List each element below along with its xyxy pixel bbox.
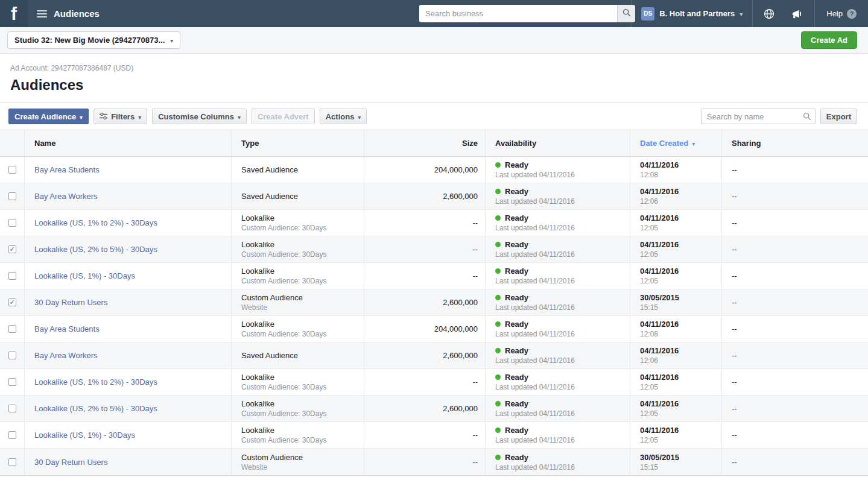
table-row: 30 Day Return Users Custom Audience Webs… (0, 289, 868, 316)
select-all-cell[interactable] (0, 130, 25, 156)
status-ready-icon (495, 455, 501, 460)
row-select-cell (0, 183, 25, 209)
column-header-sharing[interactable]: Sharing (722, 130, 868, 156)
sharing-value: -- (732, 218, 868, 228)
table-row: Lookalike (US, 1% to 2%) - 30Days Lookal… (0, 369, 868, 396)
audience-type-sub: Website (241, 303, 364, 312)
availability-status: Ready (505, 292, 528, 303)
audience-type: Lookalike (241, 372, 364, 382)
audience-name-link[interactable]: Bay Area Workers (34, 192, 231, 201)
table-row: Bay Area Students Lookalike Custom Audie… (0, 316, 868, 342)
status-ready-icon (495, 401, 501, 406)
audience-size: -- (364, 377, 478, 387)
audience-size: 204,000,000 (364, 165, 478, 175)
chevron-down-icon (740, 9, 743, 18)
row-checkbox[interactable] (8, 166, 16, 174)
audience-name-link[interactable]: Lookalike (US, 1% to 2%) - 30Days (34, 218, 231, 227)
time-created: 12:05 (640, 223, 721, 233)
status-ready-icon (495, 242, 501, 247)
date-created: 04/11/2016 (640, 239, 721, 250)
actions-label: Actions (326, 112, 355, 121)
create-ad-button[interactable]: Create Ad (801, 31, 857, 49)
table-row: Lookalike (US, 2% to 5%) - 30Days Lookal… (0, 236, 868, 263)
row-checkbox[interactable] (8, 245, 16, 253)
ad-account-selector-label: Studio 32: New Big Movie (2942770873... (14, 36, 165, 45)
availability-status: Ready (505, 213, 528, 223)
availability-updated: Last updated 04/11/2016 (495, 435, 630, 445)
audience-type-sub: Custom Audience: 30Days (241, 329, 364, 339)
hamburger-menu-icon[interactable] (28, 0, 54, 27)
row-select-cell (0, 289, 25, 315)
column-header-availability[interactable]: Availability (486, 130, 630, 156)
search-by-name-input[interactable] (701, 109, 816, 124)
search-icon (803, 112, 811, 122)
account-menu[interactable]: DS B. Holt and Partners (631, 0, 752, 27)
audience-name-link[interactable]: Bay Area Students (34, 165, 231, 174)
filters-button[interactable]: Filters (93, 109, 147, 124)
help-menu[interactable]: Help ? (814, 0, 868, 27)
create-audience-button[interactable]: Create Audience (8, 109, 89, 124)
audience-type-sub: Custom Audience: 30Days (241, 250, 364, 259)
row-checkbox[interactable] (8, 431, 16, 439)
sharing-value: -- (732, 324, 868, 334)
audience-name-link[interactable]: Bay Area Workers (34, 351, 231, 360)
sharing-value: -- (732, 403, 868, 414)
audience-type-sub: Custom Audience: 30Days (241, 276, 364, 286)
customise-columns-label: Customise Columns (158, 112, 234, 121)
row-checkbox[interactable] (8, 325, 16, 333)
row-checkbox[interactable] (8, 352, 16, 359)
ad-account-selector[interactable]: Studio 32: New Big Movie (2942770873... (7, 31, 180, 49)
create-audience-label: Create Audience (14, 112, 76, 121)
column-header-name[interactable]: Name (25, 130, 232, 156)
business-search-input[interactable] (419, 5, 617, 22)
row-select-cell (0, 316, 25, 342)
date-created: 30/05/2015 (640, 292, 721, 303)
availability-updated: Last updated 04/11/2016 (495, 462, 630, 472)
audience-name-link[interactable]: Bay Area Students (34, 324, 231, 333)
row-checkbox[interactable] (8, 192, 16, 200)
time-created: 12:05 (640, 276, 721, 286)
column-header-date-created[interactable]: Date Created (630, 130, 722, 156)
business-search-button[interactable] (617, 5, 635, 22)
availability-status: Ready (505, 452, 528, 462)
globe-icon[interactable] (755, 0, 783, 27)
audience-name-link[interactable]: Lookalike (US, 1%) - 30Days (34, 271, 231, 280)
row-checkbox[interactable] (8, 219, 16, 227)
row-checkbox[interactable] (8, 458, 16, 466)
top-navigation-bar: f Audiences DS B. Holt and Partners Hel (0, 0, 868, 27)
audience-name-link[interactable]: Lookalike (US, 1% to 2%) - 30Days (34, 377, 231, 387)
row-select-cell (0, 263, 25, 289)
customise-columns-button[interactable]: Customise Columns (152, 109, 247, 124)
chevron-down-icon (80, 112, 83, 121)
row-checkbox[interactable] (8, 298, 16, 306)
audience-name-link[interactable]: 30 Day Return Users (34, 458, 231, 467)
column-header-size[interactable]: Size (364, 130, 486, 156)
export-button[interactable]: Export (820, 109, 857, 124)
megaphone-icon[interactable] (783, 0, 812, 27)
sort-descending-icon (692, 139, 695, 148)
row-select-cell (0, 449, 25, 475)
date-created: 04/11/2016 (640, 186, 721, 197)
audience-name-link[interactable]: 30 Day Return Users (34, 298, 231, 307)
availability-updated: Last updated 04/11/2016 (495, 223, 630, 233)
availability-updated: Last updated 04/11/2016 (495, 303, 630, 312)
availability-status: Ready (505, 186, 528, 197)
time-created: 12:06 (640, 356, 721, 365)
row-checkbox[interactable] (8, 405, 16, 412)
table-row: 30 Day Return Users Custom Audience Webs… (0, 449, 868, 475)
facebook-logo-icon[interactable]: f (0, 0, 28, 27)
topbar-right-cluster: DS B. Holt and Partners Help ? (631, 0, 868, 27)
audience-name-link[interactable]: Lookalike (US, 2% to 5%) - 30Days (34, 245, 231, 254)
row-checkbox[interactable] (8, 378, 16, 386)
business-name: B. Holt and Partners (659, 9, 735, 18)
audience-name-link[interactable]: Lookalike (US, 1%) - 30Days (34, 431, 231, 440)
row-select-cell (0, 210, 25, 236)
time-created: 12:05 (640, 382, 721, 392)
row-checkbox[interactable] (8, 272, 16, 280)
audience-type: Saved Audience (241, 350, 364, 361)
actions-button[interactable]: Actions (320, 109, 367, 124)
availability-status: Ready (505, 346, 528, 356)
audience-name-link[interactable]: Lookalike (US, 2% to 5%) - 30Days (34, 404, 231, 413)
business-search (419, 5, 635, 22)
column-header-type[interactable]: Type (232, 130, 364, 156)
